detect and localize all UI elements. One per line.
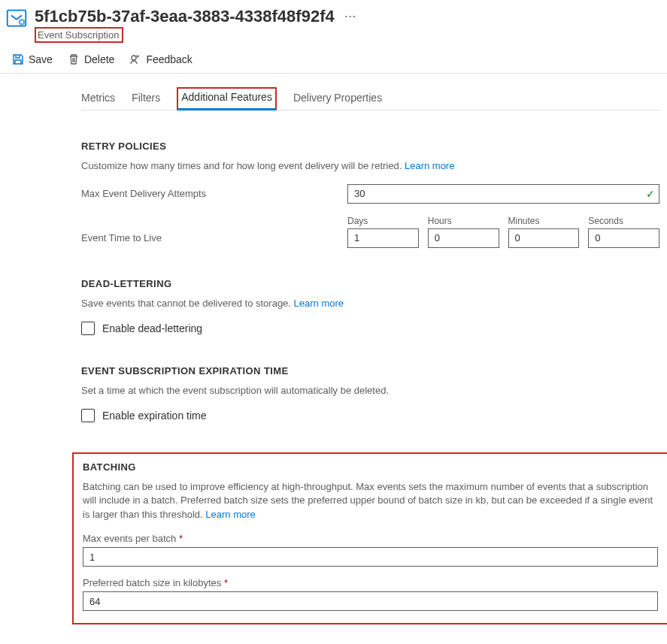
delete-button-label: Delete	[84, 53, 114, 65]
ttl-seconds-input[interactable]	[588, 228, 659, 248]
dead-learn-more-link[interactable]: Learn more	[294, 298, 344, 309]
dead-description: Save events that cannot be delivered to …	[81, 297, 659, 311]
ttl-minutes-label: Minutes	[508, 216, 580, 226]
page-title: 5f1cb75b-37af-3eaa-3883-4338f48f92f4	[35, 6, 335, 27]
dead-heading: DEAD-LETTERING	[81, 278, 659, 289]
event-subscription-icon	[6, 8, 27, 29]
delete-button[interactable]: Delete	[68, 53, 114, 65]
batching-section: BATCHING Batching can be used to improve…	[72, 452, 667, 625]
batching-description: Batching can be used to improve efficien…	[83, 480, 658, 523]
retry-learn-more-link[interactable]: Learn more	[405, 160, 454, 171]
preferred-batch-size-label: Preferred batch size in kilobytes	[83, 577, 221, 588]
resource-type-label: Event Subscription	[35, 27, 123, 43]
max-attempts-label: Max Event Delivery Attempts	[81, 188, 347, 199]
ttl-label: Event Time to Live	[81, 232, 347, 248]
feedback-icon	[129, 53, 141, 65]
expiration-heading: EVENT SUBSCRIPTION EXPIRATION TIME	[81, 365, 659, 376]
feedback-button-label: Feedback	[146, 53, 192, 65]
ttl-days-input[interactable]	[347, 228, 419, 248]
ttl-days-label: Days	[347, 216, 419, 226]
enable-dead-lettering-label: Enable dead-lettering	[102, 322, 202, 334]
ttl-hours-label: Hours	[428, 216, 499, 226]
tab-bar: Metrics Filters Additional Features Deli…	[81, 87, 659, 110]
expiration-section: EVENT SUBSCRIPTION EXPIRATION TIME Set a…	[81, 365, 659, 422]
ttl-hours-input[interactable]	[428, 228, 499, 248]
checkmark-icon: ✓	[646, 188, 655, 200]
retry-heading: RETRY POLICIES	[81, 141, 659, 152]
ttl-seconds-label: Seconds	[588, 216, 659, 226]
max-events-input[interactable]	[83, 547, 658, 567]
preferred-batch-size-input[interactable]	[83, 591, 658, 611]
required-indicator: *	[179, 533, 183, 544]
batching-heading: BATCHING	[83, 461, 658, 473]
ttl-minutes-input[interactable]	[508, 228, 580, 248]
tab-delivery-properties[interactable]: Delivery Properties	[293, 87, 382, 110]
required-indicator: *	[224, 577, 228, 588]
enable-expiration-checkbox[interactable]	[81, 409, 95, 422]
max-events-label: Max events per batch	[83, 533, 176, 544]
dead-lettering-section: DEAD-LETTERING Save events that cannot b…	[81, 278, 659, 335]
tab-additional-features[interactable]: Additional Features	[177, 87, 277, 110]
more-menu-button[interactable]: ···	[345, 6, 357, 27]
batching-learn-more-link[interactable]: Learn more	[205, 509, 255, 520]
save-button[interactable]: Save	[12, 53, 53, 65]
svg-point-2	[132, 56, 136, 60]
feedback-button[interactable]: Feedback	[129, 53, 192, 65]
save-button-label: Save	[29, 53, 53, 65]
tab-filters[interactable]: Filters	[132, 87, 160, 110]
tab-metrics[interactable]: Metrics	[81, 87, 115, 110]
retry-policies-section: RETRY POLICIES Customize how many times …	[81, 141, 659, 248]
enable-dead-lettering-checkbox[interactable]	[81, 322, 95, 335]
save-icon	[12, 53, 24, 65]
enable-expiration-label: Enable expiration time	[102, 410, 207, 422]
retry-description: Customize how many times and for how lon…	[81, 159, 659, 174]
max-attempts-input[interactable]	[347, 184, 659, 204]
command-bar: Save Delete Feedback	[0, 46, 667, 74]
expiration-description: Set a time at which the event subscripti…	[81, 384, 659, 398]
delete-icon	[68, 53, 80, 65]
